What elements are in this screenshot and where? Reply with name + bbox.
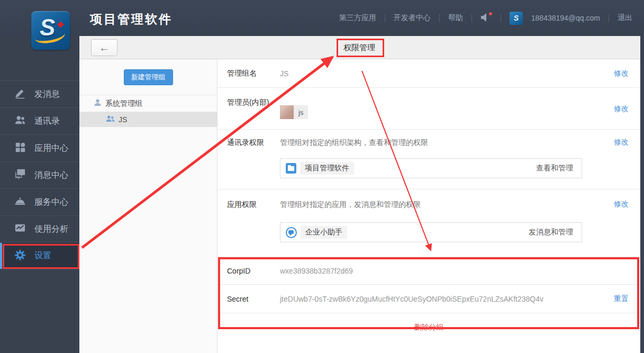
toolbar: ← 权限管理 xyxy=(79,36,640,59)
gear-icon xyxy=(14,249,26,263)
contacts-icon xyxy=(14,114,26,128)
divider xyxy=(501,14,501,22)
edit-admins-link[interactable]: 修改 xyxy=(614,104,629,114)
tree-item-system-admin-group[interactable]: 系统管理组 xyxy=(79,95,217,112)
messages-icon xyxy=(14,168,26,182)
logo-swoosh xyxy=(33,26,66,46)
edit-group-name-link[interactable]: 修改 xyxy=(614,69,629,78)
logout-link[interactable]: 退出 xyxy=(618,13,632,23)
back-arrow-icon: ← xyxy=(99,42,110,53)
divider xyxy=(439,14,440,22)
delete-group-row: 删除分组 xyxy=(217,313,640,338)
analytics-icon xyxy=(14,222,26,236)
corp-id-row: CorpID wxe38938b3287f2d69 xyxy=(217,257,640,285)
top-navigation: 第三方应用 开发者中心 帮助 S 188438194@qq.com 退出 xyxy=(339,0,632,36)
apps-icon xyxy=(14,141,26,155)
page-title: 项目管理软件 xyxy=(90,11,173,28)
sidebar-item-app-center[interactable]: 应用中心 xyxy=(0,134,79,161)
nav-developer-center[interactable]: 开发者中心 xyxy=(394,13,431,23)
admins-row: 管理员(内部) js 修改 xyxy=(217,88,640,130)
sidebar-item-label: 发消息 xyxy=(34,89,60,100)
tree-toolbar: 新建管理组 xyxy=(79,59,217,95)
admins-label: 管理员(内部) xyxy=(227,98,269,107)
member-avatar xyxy=(280,105,294,119)
app-permission-level: 发消息和管理 xyxy=(529,228,573,237)
edit-app-permission-link[interactable]: 修改 xyxy=(614,200,629,209)
contacts-permission-desc: 管理组对指定的组织架构，查看和管理的权限 xyxy=(280,138,428,148)
group-name-row: 管理组名 JS 修改 xyxy=(217,59,640,88)
sidebar-item-service-center[interactable]: 服务中心 xyxy=(0,188,79,215)
notification-dot xyxy=(489,12,492,15)
secret-value: jteDUwb7-0sT-zwBk6Yz0guMucfHtYc0UeSyONPb… xyxy=(280,295,543,303)
account-email[interactable]: 188438194@qq.com xyxy=(531,14,600,22)
sidebar-item-label: 设置 xyxy=(34,250,51,261)
edit-contacts-permission-link[interactable]: 修改 xyxy=(614,138,629,147)
group-icon xyxy=(106,115,115,124)
tree-item-label: JS xyxy=(119,115,127,124)
new-admin-group-button[interactable]: 新建管理组 xyxy=(124,69,173,85)
folder-icon xyxy=(286,163,296,174)
app-window: 项目管理软件 第三方应用 开发者中心 帮助 S 188438194@qq.com… xyxy=(0,0,644,353)
sidebar-item-settings[interactable]: 设置 xyxy=(0,242,79,269)
app-permission-desc: 管理组对指定的应用，发消息和管理的权限 xyxy=(280,200,421,210)
group-name-value: JS xyxy=(280,69,288,78)
app-permission-row: 应用权限 管理组对指定的应用，发消息和管理的权限 修改 企业小助手 发消息和管理 xyxy=(217,189,640,257)
assistant-app-icon xyxy=(286,227,297,238)
sidebar: 发消息 通讯录 应用中心 消息中心 服务中心 xyxy=(0,36,79,353)
secret-row: Secret jteDUwb7-0sT-zwBk6Yz0guMucfHtYc0U… xyxy=(217,285,640,313)
corp-id-value: wxe38938b3287f2d69 xyxy=(280,267,353,275)
sidebar-item-label: 通讯录 xyxy=(34,116,60,127)
corp-id-label: CorpID xyxy=(227,267,280,275)
app-permission-box: 企业小助手 发消息和管理 xyxy=(280,222,582,242)
reset-secret-link[interactable]: 重置 xyxy=(614,294,629,304)
contacts-permission-item: 项目管理软件 xyxy=(300,162,354,175)
app-permission-label: 应用权限 xyxy=(227,200,257,210)
permission-management-label: 权限管理 xyxy=(343,43,375,53)
sidebar-item-label: 消息中心 xyxy=(34,170,68,181)
sidebar-item-label: 应用中心 xyxy=(34,143,68,154)
announcement-speaker-icon[interactable] xyxy=(480,13,492,23)
delete-group-link[interactable]: 删除分组 xyxy=(414,323,444,331)
back-button[interactable]: ← xyxy=(91,39,117,56)
sidebar-item-usage-analytics[interactable]: 使用分析 xyxy=(0,215,79,242)
divider xyxy=(471,14,472,22)
sidebar-item-message-center[interactable]: 消息中心 xyxy=(0,161,79,188)
contacts-permission-box: 项目管理软件 查看和管理 xyxy=(280,158,582,178)
member-name: js xyxy=(294,108,308,116)
contacts-permission-row: 通讯录权限 管理组对指定的组织架构，查看和管理的权限 修改 项目管理软件 查看和… xyxy=(217,130,640,189)
app-permission-item: 企业小助手 xyxy=(301,226,347,239)
top-header: 项目管理软件 第三方应用 开发者中心 帮助 S 188438194@qq.com… xyxy=(0,0,644,36)
tree-item-label: 系统管理组 xyxy=(105,99,142,108)
logo-diamond xyxy=(57,21,64,28)
sidebar-item-send-message[interactable]: 发消息 xyxy=(0,80,79,107)
sidebar-item-label: 使用分析 xyxy=(34,224,68,235)
service-icon xyxy=(14,195,26,209)
secret-label: Secret xyxy=(227,295,280,303)
contacts-permission-label: 通讯录权限 xyxy=(227,138,264,148)
pencil-icon xyxy=(14,87,26,101)
group-detail-panel: 管理组名 JS 修改 管理员(内部) js 修改 通讯录权限 管理组对指定的组织… xyxy=(217,59,640,353)
group-name-label: 管理组名 xyxy=(227,69,280,78)
app-logo: S xyxy=(31,11,70,50)
account-avatar: S xyxy=(510,12,523,25)
nav-third-party-apps[interactable]: 第三方应用 xyxy=(339,13,376,23)
contacts-permission-level: 查看和管理 xyxy=(536,164,573,173)
tree-item-js-group[interactable]: JS xyxy=(79,112,217,127)
nav-help[interactable]: 帮助 xyxy=(448,13,463,23)
sidebar-item-label: 服务中心 xyxy=(34,197,68,208)
sidebar-item-contacts[interactable]: 通讯录 xyxy=(0,107,79,134)
divider xyxy=(385,14,385,22)
divider xyxy=(609,14,609,22)
admin-member-chip[interactable]: js xyxy=(280,105,308,119)
admin-group-tree-panel: 新建管理组 系统管理组 JS xyxy=(79,59,217,353)
person-icon xyxy=(94,99,101,108)
